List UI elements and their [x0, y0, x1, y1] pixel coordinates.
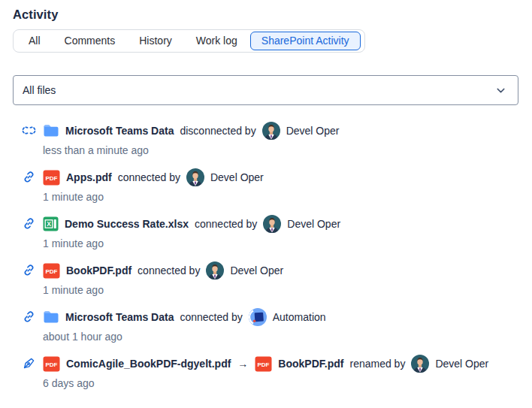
- activity-panel: Activity AllCommentsHistoryWork logShare…: [0, 0, 532, 390]
- timestamp: 1 minute ago: [43, 190, 264, 204]
- svg-text:PDF: PDF: [46, 268, 58, 275]
- person-avatar: [186, 168, 204, 186]
- chevron-down-icon: [494, 84, 507, 97]
- action-text: connected by: [180, 311, 242, 323]
- actor-name: Devel Oper: [230, 264, 283, 277]
- file-name: Apps.pdf: [66, 171, 112, 183]
- automation-avatar: [249, 308, 267, 326]
- person-avatar: [263, 215, 281, 233]
- tab-history[interactable]: History: [128, 32, 183, 50]
- pdf-icon: PDF: [255, 356, 272, 372]
- pdf-icon: PDF: [43, 170, 60, 186]
- link-icon: [22, 310, 36, 324]
- action-text: connected by: [118, 171, 180, 183]
- timestamp: 1 minute ago: [43, 283, 283, 297]
- actor-name: Devel Oper: [435, 358, 488, 370]
- activity-row: PDFComicAgile_BookPDF-dgyelt.pdf→PDFBook…: [22, 355, 518, 390]
- file-name: Microsoft Teams Data: [65, 311, 174, 323]
- timestamp: 1 minute ago: [43, 237, 340, 250]
- link-icon: [22, 170, 36, 184]
- timestamp: 6 days ago: [43, 376, 488, 390]
- tab-sharepoint-activity[interactable]: SharePoint Activity: [250, 32, 361, 50]
- folder-icon: [43, 310, 59, 325]
- svg-text:PDF: PDF: [46, 361, 58, 368]
- rename-arrow: →: [237, 358, 249, 370]
- action-text: disconnected by: [180, 125, 255, 137]
- timestamp: less than a minute ago: [43, 144, 339, 157]
- link-icon: [22, 216, 36, 231]
- page-title: Activity: [13, 8, 518, 22]
- activity-list: Microsoft Teams Datadisconnected byDevel…: [13, 122, 518, 390]
- file-filter-select[interactable]: All files: [13, 75, 518, 105]
- excel-icon: X: [43, 216, 59, 231]
- person-avatar: [206, 261, 224, 280]
- activity-row: PDFBookPDF.pdfconnected byDevel Oper1 mi…: [22, 261, 518, 297]
- activity-row: XDemo Success Rate.xlsxconnected byDevel…: [22, 215, 518, 250]
- action-text: connected by: [195, 218, 257, 230]
- activity-row: Microsoft Teams Dataconnected byAutomati…: [22, 308, 518, 343]
- actor-name: Devel Oper: [286, 125, 340, 137]
- activity-row: PDFApps.pdfconnected byDevel Oper1 minut…: [22, 168, 518, 204]
- action-text: connected by: [138, 264, 200, 277]
- link-icon: [22, 263, 36, 277]
- activity-tabs: AllCommentsHistoryWork logSharePoint Act…: [13, 29, 365, 53]
- disconnect-icon: [22, 123, 36, 138]
- activity-row: Microsoft Teams Datadisconnected byDevel…: [22, 122, 518, 157]
- rename-icon: [22, 356, 36, 370]
- folder-icon: [43, 123, 59, 138]
- pdf-icon: PDF: [43, 356, 60, 372]
- person-avatar: [262, 122, 280, 140]
- actor-name: Devel Oper: [210, 171, 264, 183]
- action-text: renamed by: [349, 358, 405, 370]
- file-name: BookPDF.pdf: [278, 358, 343, 370]
- file-name: Demo Success Rate.xlsx: [65, 218, 189, 230]
- svg-text:X: X: [47, 220, 51, 228]
- file-name: BookPDF.pdf: [66, 264, 131, 277]
- svg-text:PDF: PDF: [46, 175, 58, 182]
- actor-name: Devel Oper: [287, 218, 340, 230]
- actor-name: Automation: [273, 311, 326, 323]
- timestamp: about 1 hour ago: [43, 330, 326, 343]
- file-name: ComicAgile_BookPDF-dgyelt.pdf: [66, 358, 231, 370]
- tab-all[interactable]: All: [17, 32, 52, 50]
- person-avatar: [411, 355, 429, 373]
- file-filter-value: All files: [23, 84, 56, 96]
- svg-text:PDF: PDF: [258, 361, 270, 368]
- file-name: Microsoft Teams Data: [65, 125, 174, 137]
- tab-comments[interactable]: Comments: [53, 32, 127, 50]
- pdf-icon: PDF: [43, 263, 60, 279]
- tab-work-log[interactable]: Work log: [185, 32, 249, 50]
